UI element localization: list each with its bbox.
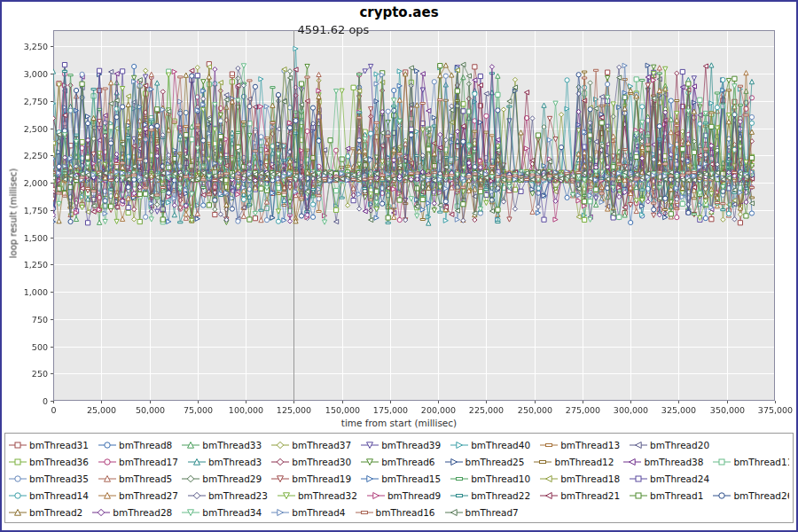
- legend-item-label: bmThread28: [113, 507, 172, 518]
- plot-area: 4591.62 ops loop result (millisec): [2, 21, 796, 417]
- marker-triangle-left-icon: [540, 491, 558, 500]
- legend-item-label: bmThread37: [292, 440, 351, 450]
- legend-item: bmThread29: [182, 473, 262, 484]
- marker-triangle-down-icon: [182, 508, 200, 517]
- x-axis-label: time from start (millisec): [2, 417, 796, 431]
- legend-item-label: bmThread16: [376, 507, 435, 518]
- marker-triangle-left-icon: [630, 441, 647, 450]
- legend-item-label: bmThread29: [202, 473, 262, 484]
- marker-triangle-up-icon: [9, 508, 27, 517]
- legend-item: bmThread9: [367, 490, 441, 501]
- legend-item-label: bmThread32: [298, 490, 357, 501]
- legend-item-label: bmThread14: [29, 490, 89, 501]
- legend-row: bmThread14bmThread27bmThread23bmThread32…: [9, 487, 789, 504]
- marker-square-icon: [9, 458, 27, 466]
- legend-item: bmThread38: [623, 457, 703, 467]
- legend-item-label: bmThread31: [29, 440, 89, 450]
- legend-item: bmThread1: [630, 490, 703, 501]
- legend-item-label: bmThread6: [381, 457, 434, 467]
- legend-item-label: bmThread12: [554, 457, 614, 467]
- legend-item-label: bmThread13: [560, 440, 620, 450]
- legend-item: bmThread39: [361, 440, 441, 450]
- legend-row: bmThread2bmThread28bmThread34bmThread4bm…: [9, 504, 789, 520]
- marker-diamond-icon: [92, 508, 110, 517]
- legend-item-label: bmThread34: [202, 507, 262, 518]
- legend-item-label: bmThread7: [466, 507, 519, 518]
- chart-title: crypto.aes: [2, 4, 796, 21]
- legend-item: bmThread2: [9, 507, 82, 518]
- marker-circle-icon: [98, 458, 116, 466]
- legend-item: bmThread6: [361, 457, 434, 467]
- legend-row: bmThread36bmThread17bmThread3bmThread30b…: [9, 453, 789, 470]
- legend-item-label: bmThread15: [381, 473, 441, 484]
- legend-item-label: bmThread1: [650, 490, 703, 501]
- legend-item: bmThread12: [534, 457, 614, 467]
- legend-item-label: bmThread35: [29, 473, 89, 484]
- legend-item: bmThread15: [361, 473, 441, 484]
- marker-triangle-down-icon: [271, 474, 289, 483]
- legend-item: bmThread10: [450, 473, 530, 484]
- legend-row: bmThread31bmThread8bmThread33bmThread37b…: [9, 436, 789, 453]
- chart-window: crypto.aes 4591.62 ops loop result (mill…: [0, 0, 798, 532]
- legend-item-label: bmThread25: [466, 457, 525, 467]
- ops-annotation: 4591.62 ops: [298, 23, 370, 36]
- marker-circle-icon: [9, 474, 27, 483]
- marker-diamond-icon: [182, 474, 200, 483]
- marker-circle-icon: [9, 491, 27, 500]
- legend-item: bmThread32: [278, 490, 357, 501]
- legend-item-label: bmThread10: [471, 473, 530, 484]
- legend-item: bmThread4: [271, 507, 345, 518]
- marker-triangle-right-icon: [450, 441, 468, 450]
- marker-triangle-right-icon: [361, 474, 379, 483]
- marker-square-icon: [630, 491, 647, 500]
- legend-item: bmThread20: [630, 440, 709, 450]
- legend-item-label: bmThread11: [733, 457, 789, 467]
- marker-triangle-down-icon: [278, 491, 295, 500]
- marker-diamond-icon: [271, 441, 289, 450]
- marker-triangle-up-icon: [188, 458, 206, 466]
- legend-item: bmThread26: [713, 490, 789, 501]
- legend-item-label: bmThread38: [644, 457, 703, 467]
- legend-item: bmThread19: [271, 473, 351, 484]
- legend-item: bmThread37: [271, 440, 351, 450]
- marker-circle-icon: [713, 491, 731, 500]
- marker-dash-icon: [450, 491, 468, 500]
- marker-triangle-down-icon: [361, 441, 379, 450]
- legend-item-label: bmThread26: [733, 490, 789, 501]
- legend-item: bmThread18: [540, 473, 620, 484]
- legend-item: bmThread34: [182, 507, 262, 518]
- marker-dash-icon: [450, 474, 468, 483]
- legend-item-label: bmThread27: [119, 490, 178, 501]
- legend-item: bmThread22: [450, 490, 530, 501]
- legend-item-label: bmThread2: [29, 507, 82, 518]
- legend-item-label: bmThread22: [471, 490, 530, 501]
- marker-triangle-right-icon: [271, 508, 289, 517]
- marker-dash-icon: [356, 508, 373, 517]
- legend-item-label: bmThread9: [387, 490, 441, 501]
- y-axis-label: loop result (millisec): [9, 156, 19, 271]
- legend-item: bmThread24: [630, 473, 709, 484]
- legend-item-label: bmThread30: [292, 457, 351, 467]
- legend-item: bmThread21: [540, 490, 620, 501]
- legend-item-label: bmThread18: [560, 473, 620, 484]
- marker-square-icon: [630, 474, 647, 483]
- legend-item: bmThread7: [445, 507, 519, 518]
- legend-item-label: bmThread20: [650, 440, 709, 450]
- legend-item: bmThread23: [188, 490, 268, 501]
- legend-item-label: bmThread5: [119, 473, 172, 484]
- marker-dash-icon: [540, 441, 558, 450]
- legend-item-label: bmThread3: [208, 457, 262, 467]
- legend-item-label: bmThread23: [208, 490, 268, 501]
- marker-triangle-right-icon: [367, 491, 385, 500]
- legend-item: bmThread14: [9, 490, 89, 501]
- legend-item-label: bmThread4: [292, 507, 345, 518]
- legend-item: bmThread35: [9, 473, 89, 484]
- legend-item: bmThread28: [92, 507, 172, 518]
- legend-item-label: bmThread33: [202, 440, 262, 450]
- marker-triangle-down-icon: [361, 458, 379, 466]
- legend: bmThread31bmThread8bmThread33bmThread37b…: [4, 433, 794, 523]
- marker-square-icon: [9, 441, 27, 450]
- marker-triangle-up-icon: [98, 474, 116, 483]
- legend-item-label: bmThread40: [471, 440, 530, 450]
- legend-item-label: bmThread21: [560, 490, 620, 501]
